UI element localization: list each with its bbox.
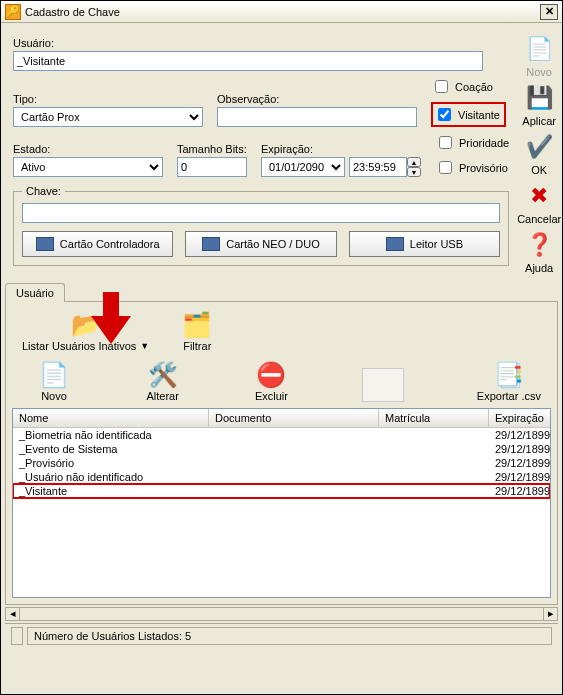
cell-matricula [379,442,489,456]
cell-nome: _Provisório [13,456,209,470]
status-count: Número de Usuários Listados: 5 [27,627,552,645]
close-button[interactable]: ✕ [540,4,558,20]
cell-nome: _Biometria não identificada [13,428,209,442]
cell-documento [209,484,379,498]
tab-usuario[interactable]: Usuário [5,283,65,302]
cell-nome: _Evento de Sistema [13,442,209,456]
exportar-csv-button[interactable]: 📑Exportar .csv [477,360,541,402]
observacao-input[interactable] [217,107,417,127]
users-listview[interactable]: Nome Documento Matrícula Expiração _Biom… [12,408,551,598]
ok-side-button[interactable]: ✔️OK [517,131,561,176]
save-icon: 💾 [523,82,555,114]
col-expiracao[interactable]: Expiração [489,409,551,427]
cell-nome: _Visitante [13,484,209,498]
novo-side-button[interactable]: 📄Novo [517,33,561,78]
col-nome[interactable]: Nome [13,409,209,427]
estado-label: Estado: [13,143,163,155]
expiracao-time[interactable] [349,157,407,177]
cell-documento [209,428,379,442]
filter-icon: 🗂️ [179,310,215,340]
table-row[interactable]: _Provisório29/12/1899 [13,456,550,470]
status-grip [11,627,23,645]
listar-usuarios-inativos-button[interactable]: 📂 Listar Usuários Inativos▼ [22,310,149,352]
folder-search-icon: 📂 [68,310,104,340]
table-row[interactable]: _Usuário não identificado29/12/1899 [13,470,550,484]
tipo-select[interactable]: Cartão Prox [13,107,203,127]
scroll-left-icon[interactable]: ◂ [6,608,20,620]
cell-documento [209,442,379,456]
visitante-checkbox[interactable]: Visitante [431,102,506,127]
table-row[interactable]: _Evento de Sistema29/12/1899 [13,442,550,456]
tipo-label: Tipo: [13,93,203,105]
titlebar: 🔑 Cadastro de Chave ✕ [1,1,562,23]
col-documento[interactable]: Documento [209,409,379,427]
new-icon: 📄 [523,33,555,65]
tools-icon: 🛠️ [145,360,181,390]
delete-icon: ⛔ [253,360,289,390]
usuario-label: Usuário: [13,37,509,49]
excluir-button[interactable]: ⛔Excluir [253,360,289,402]
export-icon: 📑 [491,360,527,390]
provisorio-checkbox[interactable]: Provisório [435,158,509,177]
card-icon [36,237,54,251]
ok-icon: ✔️ [523,131,555,163]
window: 🔑 Cadastro de Chave ✕ Usuário: Tipo: Car… [0,0,563,695]
cell-matricula [379,428,489,442]
cell-matricula [379,456,489,470]
app-icon: 🔑 [5,4,21,20]
cell-expiracao: 29/12/1899 [489,456,550,470]
chave-input[interactable] [22,203,500,223]
expiracao-date[interactable]: 01/01/2090 [261,157,345,177]
chevron-down-icon: ▼ [140,341,149,351]
cartao-controladora-button[interactable]: Cartão Controladora [22,231,173,257]
placeholder-icon [362,368,404,402]
cell-expiracao: 29/12/1899 [489,484,550,498]
prioridade-checkbox[interactable]: Prioridade [435,133,509,152]
scroll-right-icon[interactable]: ▸ [543,608,557,620]
help-icon: ❓ [523,229,555,261]
aplicar-side-button[interactable]: 💾Aplicar [517,82,561,127]
col-matricula[interactable]: Matrícula [379,409,489,427]
alterar-button[interactable]: 🛠️Alterar [145,360,181,402]
horizontal-scrollbar[interactable]: ◂ ▸ [5,607,558,621]
status-bar: Número de Usuários Listados: 5 [5,623,558,648]
time-up[interactable]: ▲ [407,157,421,167]
cell-nome: _Usuário não identificado [13,470,209,484]
expiracao-label: Expiração: [261,143,421,155]
tab-panel: 📂 Listar Usuários Inativos▼ 🗂️ Filtrar 📄… [5,301,558,605]
chave-group: Chave: Cartão Controladora Cartão NEO / … [13,185,509,266]
observacao-label: Observação: [217,93,417,105]
cell-matricula [379,470,489,484]
estado-select[interactable]: Ativo [13,157,163,177]
novo-usuario-button[interactable]: 📄Novo [36,360,72,402]
ajuda-side-button[interactable]: ❓Ajuda [517,229,561,274]
table-row[interactable]: _Visitante29/12/1899 [13,484,550,498]
cancel-icon: ✖ [523,180,555,212]
time-down[interactable]: ▼ [407,167,421,177]
leitor-usb-button[interactable]: Leitor USB [349,231,500,257]
cell-documento [209,456,379,470]
cell-expiracao: 29/12/1899 [489,428,550,442]
card-icon [202,237,220,251]
coacao-checkbox[interactable]: Coação [431,77,506,96]
card-icon [386,237,404,251]
cell-expiracao: 29/12/1899 [489,470,550,484]
cancelar-side-button[interactable]: ✖Cancelar [517,180,561,225]
chave-legend: Chave: [22,185,65,197]
blank-button[interactable] [362,368,404,402]
new-doc-icon: 📄 [36,360,72,390]
cell-expiracao: 29/12/1899 [489,442,550,456]
listview-header: Nome Documento Matrícula Expiração [13,409,550,428]
cell-matricula [379,484,489,498]
cartao-neo-duo-button[interactable]: Cartão NEO / DUO [185,231,336,257]
filtrar-button[interactable]: 🗂️ Filtrar [179,310,215,352]
tamanho-input[interactable] [177,157,247,177]
table-row[interactable]: _Biometria não identificada29/12/1899 [13,428,550,442]
cell-documento [209,470,379,484]
window-title: Cadastro de Chave [25,6,540,18]
tamanho-label: Tamanho Bits: [177,143,247,155]
usuario-input[interactable] [13,51,483,71]
